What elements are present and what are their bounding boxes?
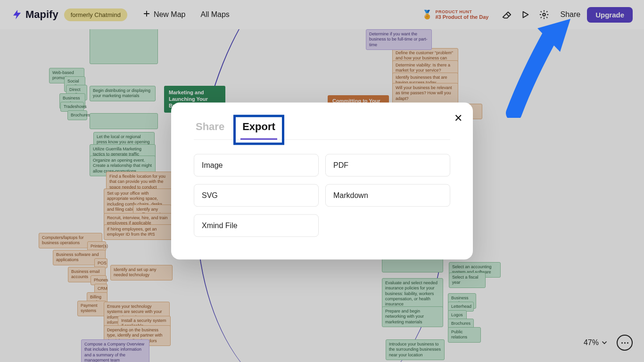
- share-export-modal: ✕ Share Export Image PDF SVG Markdown Xm…: [171, 103, 473, 260]
- export-xmind[interactable]: Xmind File: [194, 214, 319, 237]
- tab-export[interactable]: Export: [240, 117, 277, 140]
- export-image[interactable]: Image: [194, 154, 319, 177]
- export-markdown[interactable]: Markdown: [325, 184, 450, 207]
- export-pdf[interactable]: PDF: [325, 154, 450, 177]
- export-options: Image PDF SVG Markdown Xmind File: [194, 154, 450, 237]
- modal-tabs: Share Export: [194, 117, 450, 140]
- tab-share[interactable]: Share: [194, 117, 226, 140]
- export-svg[interactable]: SVG: [194, 184, 319, 207]
- close-icon[interactable]: ✕: [454, 112, 462, 124]
